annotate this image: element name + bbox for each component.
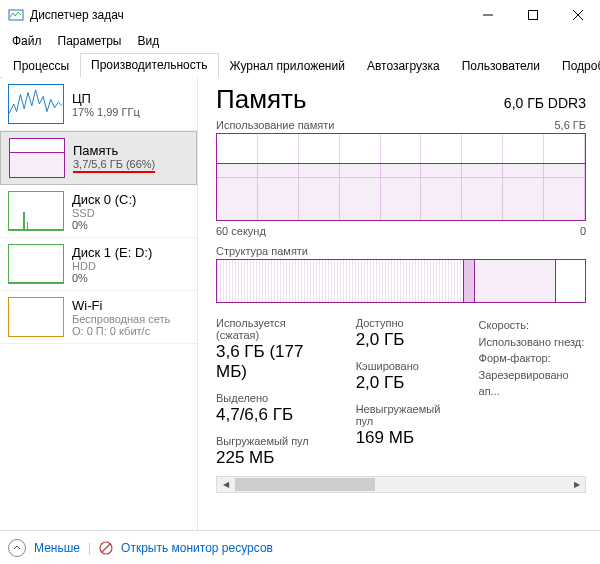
disk1-thumb	[8, 244, 64, 284]
menubar: Файл Параметры Вид	[0, 30, 600, 52]
scroll-thumb[interactable]	[235, 478, 375, 491]
committed-label: Выделено	[216, 392, 332, 404]
wifi-title: Wi-Fi	[72, 298, 170, 313]
disk1-title: Диск 1 (E: D:)	[72, 245, 152, 260]
tab-performance[interactable]: Производительность	[80, 53, 218, 78]
tab-processes[interactable]: Процессы	[2, 54, 80, 78]
tab-startup[interactable]: Автозагрузка	[356, 54, 451, 78]
wifi-sub1: Беспроводная сеть	[72, 313, 170, 325]
disk0-thumb	[8, 191, 64, 231]
wifi-thumb	[8, 297, 64, 337]
scroll-right-icon[interactable]: ▶	[568, 477, 585, 492]
axis-left: 60 секунд	[216, 225, 266, 237]
panel-heading-right: 6,0 ГБ DDR3	[504, 95, 586, 111]
cached-value: 2,0 ГБ	[356, 373, 455, 393]
seg-in-use	[217, 260, 464, 302]
wifi-sub2: О: 0 П: 0 кбит/с	[72, 325, 170, 337]
sidebar-item-memory[interactable]: Память 3,7/5,6 ГБ (66%)	[0, 131, 197, 185]
axis-right: 0	[580, 225, 586, 237]
tabstrip: Процессы Производительность Журнал прило…	[0, 52, 600, 78]
titlebar: Диспетчер задач	[0, 0, 600, 30]
sidebar-item-disk1[interactable]: Диск 1 (E: D:) HDD 0%	[0, 238, 197, 291]
horizontal-scrollbar[interactable]: ◀ ▶	[216, 476, 586, 493]
speed-label: Скорость:	[479, 317, 586, 334]
cpu-sub: 17% 1,99 ГГц	[72, 106, 140, 118]
cached-label: Кэшировано	[356, 360, 455, 372]
reserved-label: Зарезервировано ап...	[479, 367, 586, 400]
memory-thumb	[9, 138, 65, 178]
paged-label: Выгружаемый пул	[216, 435, 332, 447]
seg-modified	[464, 260, 475, 302]
maximize-button[interactable]	[510, 0, 555, 30]
menu-view[interactable]: Вид	[129, 32, 167, 50]
stats-right-col: Скорость: Использовано гнезд: Форм-факто…	[479, 317, 586, 468]
content-panel: Память 6,0 ГБ DDR3 Использование памяти …	[198, 78, 600, 530]
struct-label: Структура памяти	[216, 245, 586, 257]
menu-file[interactable]: Файл	[4, 32, 50, 50]
sidebar-item-wifi[interactable]: Wi-Fi Беспроводная сеть О: 0 П: 0 кбит/с	[0, 291, 197, 344]
close-button[interactable]	[555, 0, 600, 30]
svg-line-6	[102, 544, 110, 552]
memory-composition-chart	[216, 259, 586, 303]
disk0-sub1: SSD	[72, 207, 136, 219]
seg-free	[556, 260, 585, 302]
cpu-thumb	[8, 84, 64, 124]
available-value: 2,0 ГБ	[356, 330, 455, 350]
disk1-sub1: HDD	[72, 260, 152, 272]
committed-value: 4,7/6,6 ГБ	[216, 405, 332, 425]
tab-users[interactable]: Пользователи	[451, 54, 551, 78]
slots-label: Использовано гнезд:	[479, 334, 586, 351]
tab-app-history[interactable]: Журнал приложений	[219, 54, 356, 78]
nonpaged-value: 169 МБ	[356, 428, 455, 448]
main-area: ЦП 17% 1,99 ГГц Память 3,7/5,6 ГБ (66%) …	[0, 78, 600, 530]
memory-title: Память	[73, 143, 155, 158]
minimize-button[interactable]	[465, 0, 510, 30]
memory-sub: 3,7/5,6 ГБ (66%)	[73, 158, 155, 173]
available-label: Доступно	[356, 317, 455, 329]
stats-grid: Используется (сжатая) 3,6 ГБ (177 МБ) Вы…	[216, 317, 586, 468]
fewer-details-icon[interactable]	[8, 539, 26, 557]
sidebar-item-disk0[interactable]: Диск 0 (C:) SSD 0%	[0, 185, 197, 238]
menu-options[interactable]: Параметры	[50, 32, 130, 50]
form-label: Форм-фактор:	[479, 350, 586, 367]
in-use-label: Используется (сжатая)	[216, 317, 332, 341]
open-resource-monitor-link[interactable]: Открыть монитор ресурсов	[121, 541, 273, 555]
footer: Меньше | Открыть монитор ресурсов	[0, 530, 600, 564]
resource-monitor-icon	[99, 541, 113, 555]
in-use-value: 3,6 ГБ (177 МБ)	[216, 342, 332, 382]
tab-details[interactable]: Подробности	[551, 54, 600, 78]
scroll-left-icon[interactable]: ◀	[217, 477, 234, 492]
disk0-title: Диск 0 (C:)	[72, 192, 136, 207]
seg-standby	[475, 260, 556, 302]
sidebar: ЦП 17% 1,99 ГГц Память 3,7/5,6 ГБ (66%) …	[0, 78, 198, 530]
disk1-sub2: 0%	[72, 272, 152, 284]
paged-value: 225 МБ	[216, 448, 332, 468]
nonpaged-label: Невыгружаемый пул	[356, 403, 455, 427]
sidebar-item-cpu[interactable]: ЦП 17% 1,99 ГГц	[0, 78, 197, 131]
app-icon	[8, 7, 24, 23]
window-title: Диспетчер задач	[30, 8, 465, 22]
memory-usage-chart	[216, 133, 586, 221]
footer-separator: |	[88, 541, 91, 555]
usage-max: 5,6 ГБ	[554, 119, 586, 131]
usage-label: Использование памяти	[216, 119, 334, 131]
svg-rect-2	[528, 11, 537, 20]
panel-heading: Память	[216, 84, 307, 115]
fewer-details-link[interactable]: Меньше	[34, 541, 80, 555]
cpu-title: ЦП	[72, 91, 140, 106]
disk0-sub2: 0%	[72, 219, 136, 231]
